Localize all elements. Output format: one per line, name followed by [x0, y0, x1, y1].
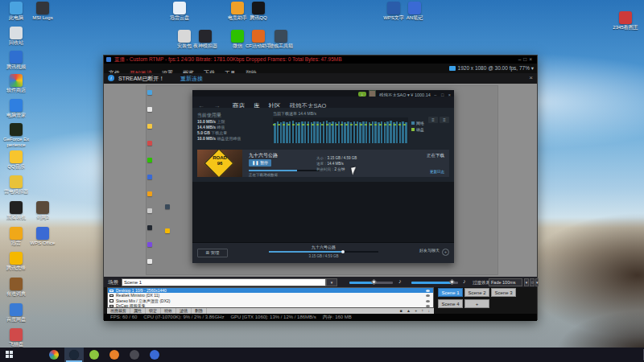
desktop-icon-label: WPS Office — [29, 241, 56, 246]
desktop-icon-label: 迅雷 — [2, 241, 30, 246]
canvas-resolution-selector[interactable]: 1920 x 1080 @ 30.00 fps, 77% ▾ — [449, 65, 534, 72]
scene-button[interactable]: Scene 2 — [464, 288, 489, 297]
desktop-icon-label: 软件商店 — [2, 88, 30, 93]
friends-chat-button[interactable]: 好友与聊天+ — [419, 248, 449, 256]
manage-button[interactable]: ⊞ 管理 — [197, 249, 228, 257]
visibility-eye-icon[interactable] — [426, 300, 430, 302]
download-substatus: 正在下载游戏数据 — [249, 173, 278, 177]
source-toolbar-button[interactable]: 删除 — [192, 308, 207, 314]
app-icon — [10, 175, 23, 188]
download-item-road96[interactable]: ROAD96 九十六号公路 ❚❚ 暂停 正在下载游戏数据 大小：3.15 GB … — [197, 150, 449, 177]
notice-text: STREAM已断开！ — [118, 75, 164, 83]
graph-legend-item: 网络 — [411, 121, 424, 125]
pause-button[interactable]: ❚❚ 暂停 — [249, 159, 271, 167]
visibility-eye-icon[interactable] — [426, 290, 430, 292]
source-toolbar-icons[interactable]: ■ ▲ + ↑ ↓ — [400, 308, 431, 314]
friends-icon: + — [442, 249, 449, 256]
stream-status-title: 直播 - Custom RTMP - fps:1 24/30 Bitrate: … — [114, 56, 342, 64]
desktop-icon[interactable]: 2345看图王 — [612, 11, 639, 31]
scene-name-input[interactable] — [122, 278, 326, 286]
taskbar-app-utility[interactable] — [125, 348, 144, 362]
desktop-icon[interactable]: 软件商店 — [2, 74, 30, 93]
patch-notes-link[interactable]: 更新日志 — [430, 170, 444, 174]
transition-favorite-icon[interactable]: ☆ — [530, 278, 535, 286]
captured-desktop-icon — [147, 124, 152, 129]
download-speed-graph — [273, 117, 408, 143]
desktop-icon[interactable]: 百度网盘 — [2, 303, 30, 323]
stream-app-window: 直播 - Custom RTMP - fps:1 24/30 Bitrate: … — [103, 55, 538, 320]
transition-dropdown-icon[interactable]: ▾ — [524, 278, 529, 286]
source-toolbar-button[interactable]: 画面裁剪 — [107, 308, 130, 314]
desktop-icon[interactable]: 飞猫盘 — [2, 328, 30, 348]
stream-app-titlebar[interactable]: 直播 - Custom RTMP - fps:1 24/30 Bitrate: … — [104, 56, 537, 64]
start-button[interactable] — [0, 348, 19, 362]
desktop-icon[interactable]: QQ音乐 — [2, 150, 30, 170]
visibility-eye-icon[interactable] — [426, 294, 430, 297]
desktop-icon[interactable]: 夜神模拟器 — [192, 30, 219, 49]
desktop-icon[interactable]: 迅雷 — [2, 227, 30, 246]
notice-close-icon[interactable]: × — [529, 74, 533, 81]
footer-progress[interactable]: 九十六号公路 3.15 GB / 4.59 GB — [269, 245, 378, 258]
desktop-icon[interactable]: 此电脑 — [2, 2, 30, 21]
desktop-icon[interactable]: 黑鲨装机 — [2, 201, 30, 220]
source-toolbar: 画面裁剪属性锁定特效滤镜删除■ ▲ + ↑ ↓ — [107, 308, 434, 314]
captured-desktop-icon — [147, 191, 152, 196]
desktop-icon[interactable]: 游戏工具箱 — [267, 30, 295, 49]
desktop-icon[interactable]: 回收站 — [2, 27, 30, 46]
desktop-icon[interactable]: GeForce Experience — [2, 123, 30, 147]
desktop-icon[interactable]: 雷电模拟器 — [2, 175, 30, 195]
taskbar-app-steam[interactable] — [64, 348, 84, 362]
source-toolbar-button[interactable]: 特效 — [161, 308, 176, 314]
taskbar-app-blue-app[interactable] — [145, 348, 164, 362]
steam-titlebar[interactable]: Steam查看好友游戏帮助 ↓ 残烛不太SAO ▾ ¥ 1000.14 – □ … — [192, 90, 454, 97]
desktop-icon[interactable]: AN笔记 — [401, 2, 428, 21]
desktop-icon-label: 夜神模拟器 — [192, 43, 219, 49]
download-queue-empty — [192, 182, 454, 243]
graph-bar — [378, 122, 380, 143]
volume-slider-desktop[interactable] — [349, 282, 393, 284]
volume-slider-mic[interactable] — [411, 282, 458, 284]
desktop-icon[interactable]: 电脑管家 — [2, 99, 30, 118]
scene-button[interactable]: Scene 3 — [491, 288, 516, 297]
visibility-eye-icon[interactable] — [426, 305, 430, 307]
desktop-icon[interactable]: 腾讯先锋 — [2, 252, 30, 271]
scene-button[interactable]: Scene 4 — [438, 299, 463, 308]
reconnect-link[interactable]: 重新连接 — [180, 75, 203, 83]
download-state: 正在下载 — [427, 153, 444, 158]
desktop-icon-label: 此电脑 — [2, 15, 30, 21]
app-icon — [10, 51, 23, 64]
desktop-icon-label: 腾讯QQ — [245, 15, 272, 21]
status-segment: GPU [GTX 1060]: 13% / 12% / 186MB/s — [230, 315, 316, 319]
desktop-icon[interactable]: 剑网3 — [29, 201, 56, 220]
status-segment: FPS: 60 / 60 — [110, 315, 137, 319]
source-toolbar-button[interactable]: 属性 — [130, 308, 146, 314]
desktop-icon[interactable]: WPS Office — [29, 227, 56, 246]
source-toolbar-button[interactable]: 锁定 — [146, 308, 161, 314]
desktop-icon-label: AN笔记 — [401, 15, 428, 21]
desktop-icon-label: QQ音乐 — [2, 164, 30, 170]
desktop-icon[interactable]: MSI Logs — [29, 2, 56, 21]
desktop-icon[interactable]: 迅雷云盘 — [166, 2, 193, 21]
taskbar-app-wegame[interactable] — [85, 348, 104, 362]
taskbar-app-game-center[interactable] — [105, 348, 124, 362]
desktop-icon[interactable]: 腾讯QQ — [245, 2, 272, 21]
mic-icon[interactable]: ♪ — [463, 278, 466, 284]
downloads-header-button[interactable]: ≡ — [428, 117, 438, 123]
taskbar-app-browser[interactable] — [44, 348, 64, 362]
scene-button[interactable]: Scene 1 — [438, 288, 463, 297]
source-toolbar-button[interactable]: 滤镜 — [176, 308, 192, 314]
desktop-icon[interactable]: 有道词典 — [2, 278, 30, 297]
close-button[interactable]: × — [529, 56, 535, 62]
scene-button[interactable]: + — [464, 299, 489, 308]
steam-window: Steam查看好友游戏帮助 ↓ 残烛不太SAO ▾ ¥ 1000.14 – □ … — [192, 90, 454, 263]
desktop-icon[interactable]: 腾讯视频 — [2, 51, 30, 70]
downloads-header-button[interactable]: ≡ — [440, 117, 449, 123]
transition-select[interactable]: Fade 100ms — [489, 278, 522, 286]
source-list: Desktop 1 10/9 - 2560x1440Realtek Minist… — [107, 287, 434, 308]
speaker-icon[interactable]: ♪ — [398, 278, 402, 284]
scene-dropdown-button[interactable]: ▾ — [326, 278, 337, 286]
preview-canvas[interactable]: Steam查看好友游戏帮助 ↓ 残烛不太SAO ▾ ¥ 1000.14 – □ … — [104, 84, 537, 277]
app-icon — [10, 99, 23, 112]
transition-more-icon[interactable]: ▾ — [535, 278, 539, 286]
app-icon — [36, 201, 49, 214]
